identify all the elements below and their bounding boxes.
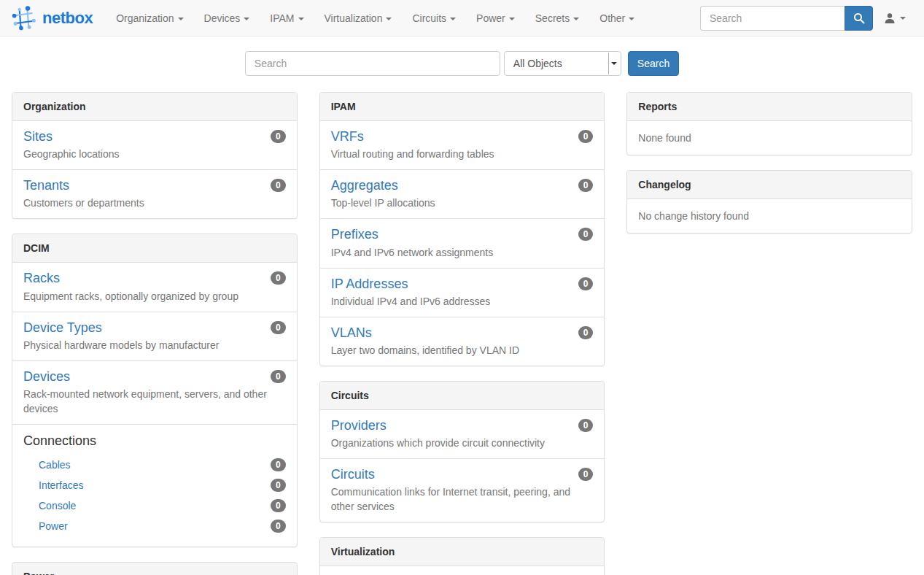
quick-search-button[interactable]: Search: [628, 51, 679, 76]
changelog-empty-text: No change history found: [627, 199, 912, 233]
panel-heading-ipam: IPAM: [320, 93, 605, 121]
panel-power: Power: [12, 562, 298, 575]
connections-section: Connections Cables 0 Interfaces 0 Consol…: [12, 425, 297, 547]
count-badge: 0: [578, 179, 594, 192]
list-item-clusters: Clusters 0: [320, 566, 605, 575]
column-middle: IPAM VRFs 0 Virtual routing and forwardi…: [319, 92, 605, 575]
device-types-link[interactable]: Device Types: [23, 319, 102, 336]
item-description: Top-level IP allocations: [331, 196, 594, 211]
sites-link[interactable]: Sites: [23, 128, 53, 145]
list-item-ip-addresses: IP Addresses 0 Individual IPv4 and IPv6 …: [320, 269, 605, 317]
nav-menu-power[interactable]: Power: [466, 1, 525, 35]
brand-title: netbox: [42, 9, 93, 28]
console-link[interactable]: Console: [39, 500, 76, 512]
list-item-tenants: Tenants 0 Customers or departments: [12, 170, 297, 218]
quick-search-input[interactable]: [245, 51, 500, 76]
list-item-aggregates: Aggregates 0 Top-level IP allocations: [320, 170, 605, 219]
chevron-down-icon: [629, 18, 634, 20]
dashboard-grid: Organization Sites 0 Geographic location…: [0, 90, 924, 575]
list-item-device-types: Device Types 0 Physical hardware models …: [12, 312, 297, 361]
nav-menu-other[interactable]: Other: [589, 1, 645, 35]
navbar-search-button[interactable]: [845, 6, 873, 31]
connection-row-interfaces: Interfaces 0: [23, 475, 286, 495]
item-description: Rack-mounted network equipment, servers,…: [23, 387, 286, 417]
chevron-down-icon: [386, 18, 392, 20]
aggregates-link[interactable]: Aggregates: [331, 177, 398, 194]
panel-heading-circuits: Circuits: [320, 382, 605, 410]
chevron-down-icon: [573, 18, 579, 20]
power-connections-link[interactable]: Power: [39, 520, 68, 532]
list-item-vlans: VLANs 0 Layer two domains, identified by…: [320, 317, 605, 366]
search-icon: [853, 12, 865, 24]
netbox-logo-icon: [11, 5, 37, 31]
racks-link[interactable]: Racks: [23, 269, 60, 287]
panel-changelog: Changelog No change history found: [626, 170, 912, 234]
user-menu[interactable]: [873, 7, 917, 30]
count-badge: 0: [578, 228, 594, 241]
panel-heading-changelog: Changelog: [627, 171, 912, 199]
nav-menu-ipam[interactable]: IPAM: [260, 1, 314, 35]
list-item-sites: Sites 0 Geographic locations: [12, 121, 297, 170]
panel-reports: Reports None found: [626, 92, 912, 155]
devices-link[interactable]: Devices: [23, 368, 70, 385]
nav-menu-secrets[interactable]: Secrets: [525, 1, 589, 35]
count-badge: 0: [271, 321, 286, 334]
list-item-racks: Racks 0 Equipment racks, optionally orga…: [12, 263, 297, 312]
column-right: Reports None found Changelog No change h…: [626, 92, 912, 248]
tenants-link[interactable]: Tenants: [23, 177, 69, 194]
item-description: Customers or departments: [23, 196, 286, 211]
item-description: Communication links for Internet transit…: [331, 485, 594, 514]
prefixes-link[interactable]: Prefixes: [331, 225, 378, 243]
item-description: Layer two domains, identified by VLAN ID: [331, 344, 594, 358]
chevron-down-icon: [178, 18, 184, 20]
panel-heading-virtualization: Virtualization: [320, 538, 605, 566]
vlans-link[interactable]: VLANs: [331, 324, 372, 341]
item-description: Geographic locations: [23, 147, 286, 162]
count-badge: 0: [578, 326, 594, 339]
panel-heading-power: Power: [12, 563, 297, 575]
column-left: Organization Sites 0 Geographic location…: [12, 92, 298, 575]
ip-addresses-link[interactable]: IP Addresses: [331, 275, 408, 293]
count-badge: 0: [578, 277, 594, 290]
count-badge: 0: [271, 130, 286, 143]
list-item-prefixes: Prefixes 0 IPv4 and IPv6 network assignm…: [320, 219, 605, 268]
nav-menu-devices[interactable]: Devices: [194, 1, 260, 35]
nav-menu-organization[interactable]: Organization: [106, 1, 193, 35]
panel-virtualization: Virtualization Clusters 0: [319, 537, 605, 575]
count-badge: 0: [578, 130, 594, 143]
item-description: Equipment racks, optionally organized by…: [23, 290, 286, 304]
navbar-search-input[interactable]: [700, 6, 845, 31]
cables-link[interactable]: Cables: [39, 459, 71, 471]
item-description: Individual IPv4 and IPv6 addresses: [331, 295, 594, 309]
reports-empty-text: None found: [627, 121, 912, 155]
panel-heading-dcim: DCIM: [12, 234, 297, 263]
main-menu: Organization Devices IPAM Virtualization…: [106, 1, 645, 35]
circuits-link[interactable]: Circuits: [331, 466, 375, 483]
item-description: Physical hardware models by manufacturer: [23, 339, 286, 353]
connection-row-power: Power 0: [23, 516, 286, 536]
vrfs-link[interactable]: VRFs: [331, 128, 364, 145]
count-badge: 0: [271, 458, 286, 471]
panel-heading-reports: Reports: [627, 93, 912, 121]
connection-row-console: Console 0: [23, 495, 286, 516]
item-description: Virtual routing and forwarding tables: [331, 147, 594, 162]
panel-heading-organization: Organization: [12, 93, 297, 121]
count-badge: 0: [578, 419, 594, 432]
netbox-brand[interactable]: netbox: [11, 5, 106, 31]
providers-link[interactable]: Providers: [331, 417, 387, 434]
connections-heading: Connections: [23, 433, 286, 449]
chevron-down-icon: [509, 18, 515, 20]
count-badge: 0: [271, 520, 286, 533]
interfaces-link[interactable]: Interfaces: [39, 479, 83, 491]
nav-menu-circuits[interactable]: Circuits: [402, 1, 466, 35]
object-type-select[interactable]: All Objects: [504, 51, 621, 76]
panel-circuits: Circuits Providers 0 Organizations which…: [319, 381, 605, 522]
user-icon: [884, 12, 896, 24]
item-description: Organizations which provide circuit conn…: [331, 436, 594, 451]
panel-dcim: DCIM Racks 0 Equipment racks, optionally…: [12, 234, 298, 547]
list-item-vrfs: VRFs 0 Virtual routing and forwarding ta…: [320, 121, 605, 170]
connection-row-cables: Cables 0: [23, 455, 286, 475]
top-navbar: netbox Organization Devices IPAM Virtual…: [0, 0, 924, 36]
nav-menu-virtualization[interactable]: Virtualization: [314, 1, 403, 35]
count-badge: 0: [271, 271, 286, 285]
